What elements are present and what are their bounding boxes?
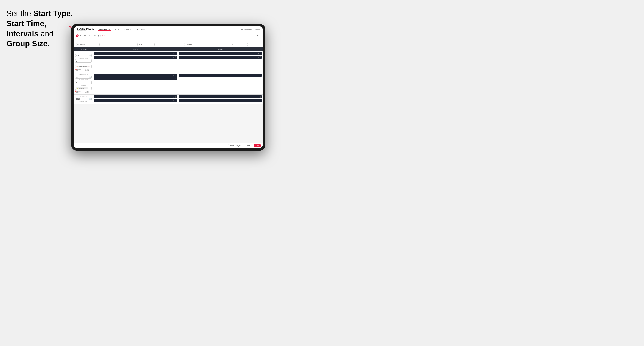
instruction-line1-normal: Set the — [6, 9, 33, 18]
intervals-label: Intervals — [184, 40, 229, 42]
instruction-line4-normal: . — [48, 39, 50, 48]
player-row-1-t2-1: ✕ — [179, 52, 262, 55]
player-circle-2 — [175, 56, 176, 58]
player-x-9[interactable]: ✕ — [258, 96, 259, 98]
starting-hole-label-2: STARTING HOLE: — [75, 79, 92, 81]
intervals-select-wrapper[interactable]: 10 Minutes 8 Minutes — [184, 42, 229, 46]
starting-time-label-2: STARTING TIME: — [75, 74, 92, 75]
starting-hole-input-2[interactable]: 1 ▲▼ — [75, 81, 92, 84]
starting-time-input-2[interactable]: 10:10 🕐 — [75, 76, 92, 79]
col-team1: Team 1 — [93, 48, 178, 50]
course-tag-2: ⛳ East Lake GC ✕ — [76, 87, 88, 89]
intervals-select[interactable]: 10 Minutes 8 Minutes — [184, 43, 201, 46]
player-x-7[interactable]: ✕ — [173, 96, 174, 98]
back-button[interactable]: ‹ Back — [256, 35, 260, 37]
sign-out-link[interactable]: Sign out — [255, 29, 260, 30]
start-time-group: Start Time 10:00 — [138, 40, 182, 46]
player-x-8[interactable]: ✕ — [173, 100, 174, 101]
player-circle-5 — [175, 75, 176, 76]
action-links-2: ⭕ Remove Group + Add Group — [75, 90, 92, 93]
stepper-arrows-1: ▲▼ — [90, 60, 90, 62]
group-size-select[interactable]: 3 4 — [231, 43, 248, 46]
add-group-btn-1[interactable]: + Add Group — [86, 69, 92, 71]
nav-tab-teams[interactable]: TEAMS — [114, 28, 120, 31]
player-circle-10 — [260, 100, 261, 101]
remove-group-btn-1[interactable]: ⭕ Remove Group — [75, 69, 84, 71]
starting-hole-input-1[interactable]: 1 ▲▼ — [75, 59, 92, 63]
starting-hole-label-3: STARTING HOLE: — [75, 101, 92, 102]
player-row-3-t2-1: ✕ — [179, 95, 262, 98]
start-time-label: Start Time — [138, 40, 182, 42]
player-row-2-t1-1: ✕ — [94, 74, 177, 77]
nav-tab-tournaments[interactable]: TOURNAMENTS — [98, 28, 111, 31]
group-size-select-wrapper[interactable]: 3 4 — [231, 42, 260, 46]
course-label-1: COURSE: — [75, 63, 92, 65]
add-group-btn-2[interactable]: + Add Group — [86, 90, 92, 93]
start-type-group: Start Type 1st Tee Start Shotgun Start — [76, 40, 136, 46]
player-row-3-t1-2: ✕ — [94, 99, 177, 102]
tee-left-1: STARTING TIME: 10:00 🕐 STARTING HOLE: 1 … — [74, 51, 93, 73]
team2-cell-1: ✕ ✕ — [178, 51, 263, 73]
reset-changes-button[interactable]: Reset Changes — [228, 144, 242, 147]
controls-row: Start Type 1st Tee Start Shotgun Start S… — [74, 39, 263, 47]
tablet-frame: SCOREBOARD Powered by clippd TOURNAMENTS… — [71, 24, 265, 151]
breadcrumb-tournament[interactable]: Clippd Invitational (Ma...) — [80, 35, 99, 37]
tee-left-2: STARTING TIME: 10:10 🕐 STARTING HOLE: 1 … — [74, 73, 93, 94]
breadcrumb-logo: C — [76, 34, 78, 37]
start-type-label: Start Type — [76, 40, 136, 42]
breadcrumb-separator: › — [100, 34, 101, 38]
course-remove-1[interactable]: ✕ — [88, 66, 89, 67]
breadcrumb-bar: C Clippd Invitational (Ma...) › Hosting … — [74, 33, 263, 39]
player-circle-8 — [175, 100, 176, 101]
course-label-2: COURSE: — [75, 85, 92, 86]
course-field-1[interactable]: ⛳ (A) Peachtree GC ✕ — [75, 65, 92, 68]
player-x-4[interactable]: ✕ — [258, 56, 259, 58]
team1-cell-3: ✕ ✕ — [93, 95, 178, 104]
player-x-10[interactable]: ✕ — [258, 100, 259, 101]
clock-icon-2: 🕐 — [89, 76, 90, 78]
player-x-5[interactable]: ✕ — [173, 75, 174, 76]
player-row-1-t1-2: ✕ — [94, 56, 177, 59]
starting-time-label-1: STARTING TIME: — [75, 52, 92, 54]
col-tee-time: Tee Time — [74, 48, 93, 50]
save-button[interactable]: Save — [254, 144, 260, 147]
logo-sub: Powered by clippd — [77, 30, 94, 31]
cancel-button[interactable]: Cancel — [244, 144, 252, 147]
instruction-line4-bold: Group Size — [6, 39, 48, 48]
instruction-text: Set the Start Type, Start Time, Interval… — [6, 9, 73, 49]
starting-time-input-1[interactable]: 10:00 🕐 — [75, 54, 92, 57]
nav-bar: SCOREBOARD Powered by clippd TOURNAMENTS… — [74, 26, 263, 33]
clock-icon-3: 🕐 — [89, 98, 90, 100]
nav-tab-committee[interactable]: COMMITTEE — [123, 28, 133, 31]
player-x-6[interactable]: ✕ — [173, 78, 174, 80]
player-circle-7 — [175, 96, 176, 98]
group-size-label: Group Size — [231, 40, 260, 42]
logo-text: SCOREBOARD — [77, 27, 94, 30]
player-circle-6 — [175, 78, 176, 79]
course-field-2[interactable]: ⛳ East Lake GC ✕ — [75, 87, 92, 90]
start-time-select-wrapper[interactable]: 10:00 — [138, 42, 182, 46]
nav-tab-rankings[interactable]: RANKINGS — [136, 28, 145, 31]
player-row-2-t1-2: ✕ — [94, 77, 177, 80]
starting-time-input-3[interactable]: 10:20 🕐 — [75, 98, 92, 100]
group-size-group: Group Size 3 4 — [231, 40, 260, 46]
player-x-1[interactable]: ✕ — [173, 53, 174, 54]
team2-cell-2 — [178, 73, 263, 94]
instruction-line3-normal: and — [38, 29, 54, 38]
start-time-select[interactable]: 10:00 — [138, 43, 155, 46]
action-links-1: ⭕ Remove Group + Add Group — [75, 69, 92, 71]
tee-group-3: STARTING TIME: 10:20 🕐 STARTING HOLE: ✕ … — [74, 95, 263, 104]
player-row-1-t1-1: ✕ — [94, 52, 177, 55]
intervals-group: Intervals 10 Minutes 8 Minutes — [184, 40, 229, 46]
remove-group-btn-2[interactable]: ⭕ Remove Group — [75, 90, 84, 93]
start-type-select-wrapper[interactable]: 1st Tee Start Shotgun Start — [76, 42, 136, 46]
nav-user: blair@clippd.io | Sign out — [241, 29, 260, 30]
start-type-select[interactable]: 1st Tee Start Shotgun Start — [76, 43, 100, 46]
player-row-3-t2-2: ✕ — [179, 99, 262, 102]
table-header: Tee Time Team 1 Team 2 — [74, 47, 263, 51]
player-x-3[interactable]: ✕ — [258, 53, 259, 54]
user-email: blair@clippd.io — [244, 29, 252, 30]
course-tag-1: ⛳ (A) Peachtree GC ✕ — [76, 66, 90, 67]
course-remove-2[interactable]: ✕ — [86, 88, 87, 89]
player-x-2[interactable]: ✕ — [173, 56, 174, 58]
